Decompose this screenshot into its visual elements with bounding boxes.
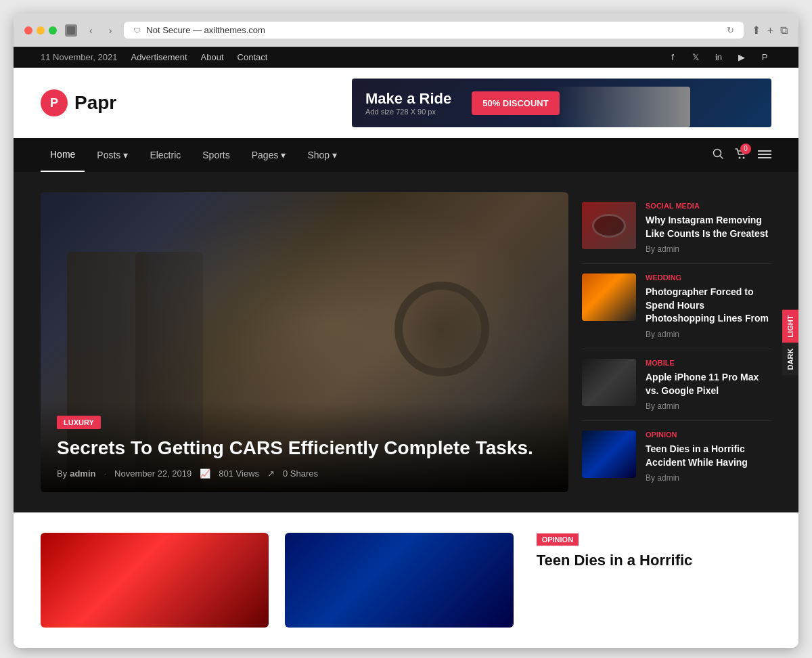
ad-discount-button[interactable]: 50% DISCOUNT (472, 91, 560, 115)
hero-category-badge: LUXURY (57, 416, 101, 429)
article-4-category: OPINION (646, 431, 771, 439)
below-hero-section: OPINION Teen Dies in a Horrific (14, 512, 798, 648)
dot-minimize[interactable] (37, 26, 45, 35)
nav-pages[interactable]: Pages ▾ (242, 139, 296, 171)
article-3-title: Apple iPhone 11 Pro Max vs. Google Pixel (646, 371, 771, 397)
svg-line-2 (720, 156, 723, 158)
cart-button[interactable]: 0 (735, 148, 747, 163)
topbar: 11 November, 2021 Advertisement About Co… (14, 47, 798, 68)
article-2-info: WEDDING Photographer Forced to Spend Hou… (646, 273, 771, 339)
nav-posts[interactable]: Posts ▾ (87, 139, 137, 171)
article-1-info: SOCIAL MEDIA Why Instagram Removing Like… (646, 202, 771, 254)
topbar-social-icons: f 𝕏 in ▶ P (666, 52, 771, 62)
menu-button[interactable] (758, 148, 771, 162)
nav-sports[interactable]: Sports (193, 139, 239, 171)
article-3-thumb (582, 359, 636, 406)
article-3-info: MOBILE Apple iPhone 11 Pro Max vs. Googl… (646, 359, 771, 411)
search-button[interactable] (712, 148, 724, 163)
nav-electric[interactable]: Electric (140, 139, 190, 171)
pages-dropdown-icon: ▾ (281, 150, 286, 160)
dot-close[interactable] (24, 26, 32, 35)
light-mode-button[interactable]: LIGHT (782, 309, 798, 343)
article-3-author: By admin (646, 401, 771, 411)
sidebar-article-1[interactable]: SOCIAL MEDIA Why Instagram Removing Like… (582, 192, 771, 264)
browser-dots (24, 26, 57, 35)
cart-badge: 0 (740, 144, 751, 154)
nav-icons: 0 (712, 148, 771, 163)
sidebar-article-2[interactable]: WEDDING Photographer Forced to Spend Hou… (582, 264, 771, 349)
article-1-author: By admin (646, 244, 771, 254)
address-bar[interactable]: 🛡 Not Secure — axilthemes.com ↻ (124, 22, 743, 39)
logo-icon: P (41, 89, 68, 116)
hero-views: 801 Views (219, 468, 259, 479)
article-1-thumb (582, 202, 636, 249)
hero-date: November 22, 2019 (114, 468, 191, 479)
article-4-author: By admin (646, 473, 771, 483)
ad-text: Make a Ride Add size 728 X 90 px (352, 90, 465, 116)
browser-back-button[interactable]: ‹ (85, 24, 97, 37)
security-icon: 🛡 (133, 26, 141, 35)
ad-subtitle: Add size 728 X 90 px (365, 108, 451, 116)
ad-title: Make a Ride (365, 90, 451, 108)
svg-point-4 (743, 156, 745, 158)
twitter-icon[interactable]: 𝕏 (689, 52, 702, 62)
below-title: Teen Dies in a Horrific (537, 551, 765, 571)
hero-section: LUXURY Secrets To Getting CARS Efficient… (14, 172, 798, 512)
article-4-info: OPINION Teen Dies in a Horrific Accident… (646, 431, 771, 483)
article-3-category: MOBILE (646, 359, 771, 367)
article-2-author: By admin (646, 330, 771, 339)
article-2-title: Photographer Forced to Spend Hours Photo… (646, 286, 771, 326)
share-button[interactable]: ⬆ (752, 24, 761, 37)
article-2-category: WEDDING (646, 273, 771, 282)
sidebar-article-3[interactable]: MOBILE Apple iPhone 11 Pro Max vs. Googl… (582, 349, 771, 421)
hero-shares: 0 Shares (283, 468, 318, 479)
browser-actions: ⬆ + ⧉ (752, 24, 788, 37)
topbar-about-link[interactable]: About (201, 52, 224, 62)
below-article-text: OPINION Teen Dies in a Horrific (530, 533, 771, 628)
sidebar-articles: SOCIAL MEDIA Why Instagram Removing Like… (582, 192, 771, 492)
nav-shop[interactable]: Shop ▾ (298, 139, 346, 171)
reload-icon[interactable]: ↻ (727, 25, 734, 35)
dark-mode-button[interactable]: DARK (782, 343, 798, 375)
hero-shares-icon: ↗ (267, 468, 275, 479)
article-4-title: Teen Dies in a Horrific Accident While H… (646, 443, 771, 469)
hero-author: By admin (57, 468, 95, 479)
posts-dropdown-icon: ▾ (123, 150, 128, 160)
dot-maximize[interactable] (49, 26, 57, 35)
address-text: Not Secure — axilthemes.com (146, 25, 265, 35)
topbar-left: 11 November, 2021 Advertisement About Co… (41, 52, 267, 62)
theme-toggle: LIGHT DARK (782, 309, 798, 375)
youtube-icon[interactable]: ▶ (735, 52, 748, 62)
browser-forward-button[interactable]: › (105, 24, 116, 37)
article-4-thumb (582, 431, 636, 478)
nav-links: Home Posts ▾ Electric Sports Pages ▾ Sho… (41, 138, 346, 172)
article-1-title: Why Instagram Removing Like Counts Is th… (646, 214, 771, 240)
sidebar-article-4[interactable]: OPINION Teen Dies in a Horrific Accident… (582, 421, 771, 492)
below-card-1[interactable] (41, 533, 269, 628)
shop-dropdown-icon: ▾ (332, 150, 337, 160)
below-category-badge: OPINION (537, 533, 579, 546)
hero-main-article[interactable]: LUXURY Secrets To Getting CARS Efficient… (41, 192, 568, 492)
ad-banner[interactable]: Make a Ride Add size 728 X 90 px 50% DIS… (352, 79, 771, 127)
logo[interactable]: P Papr (41, 89, 116, 116)
hero-views-icon: 📈 (200, 468, 210, 479)
facebook-icon[interactable]: f (666, 52, 679, 62)
ad-car-image (555, 87, 690, 127)
tabs-button[interactable]: ⧉ (780, 24, 788, 37)
hero-content: LUXURY Secrets To Getting CARS Efficient… (41, 402, 568, 492)
svg-rect-0 (67, 26, 75, 35)
logo-text: Papr (74, 92, 116, 114)
navbar: Home Posts ▾ Electric Sports Pages ▾ Sho… (14, 138, 798, 172)
article-2-thumb (582, 273, 636, 321)
pinterest-icon[interactable]: P (758, 52, 771, 62)
tab-icon (65, 24, 77, 37)
nav-home[interactable]: Home (41, 138, 85, 172)
topbar-advertisement-link[interactable]: Advertisement (131, 52, 187, 62)
svg-point-3 (739, 156, 741, 158)
hero-title: Secrets To Getting CARS Efficiently Comp… (57, 436, 552, 460)
new-tab-button[interactable]: + (767, 24, 773, 37)
below-card-2[interactable] (285, 533, 513, 628)
article-1-category: SOCIAL MEDIA (646, 202, 771, 210)
topbar-contact-link[interactable]: Contact (238, 52, 268, 62)
linkedin-icon[interactable]: in (712, 52, 725, 62)
